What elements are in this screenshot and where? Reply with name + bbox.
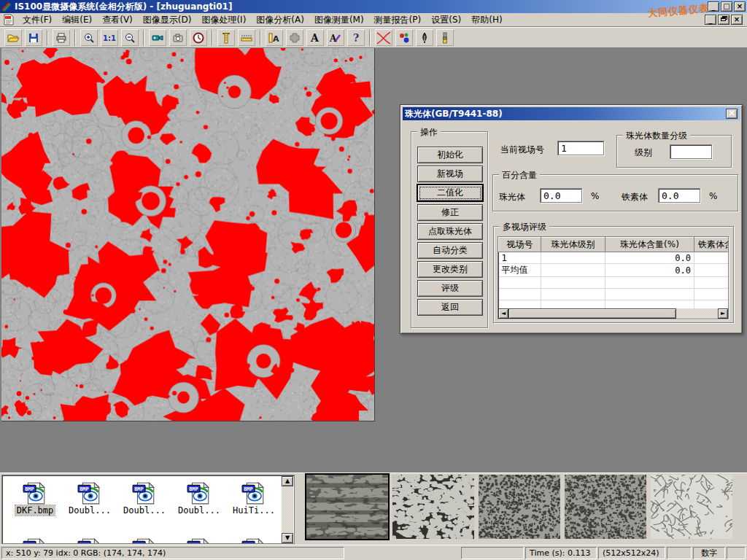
mdi-restore-button[interactable] [718, 15, 729, 25]
pearlite-dialog: 珠光体(GB/T9441-88) × 操作 初始化 新视场 二值化 修正 点取珠… [400, 104, 743, 334]
grade-button[interactable]: 评级 [417, 280, 483, 297]
annotate-button[interactable]: A [326, 28, 345, 47]
scroll-left-arrow[interactable]: ◄ [498, 308, 508, 319]
video-capture-button[interactable] [148, 28, 167, 47]
zoom-in-icon [82, 31, 96, 44]
minimize-button[interactable]: _ [708, 1, 719, 12]
curve-tool-button[interactable] [374, 28, 393, 47]
ferrite-percent-input[interactable] [658, 188, 700, 203]
menu-edit[interactable]: 编辑(E) [57, 12, 97, 28]
thumbnail-2[interactable] [392, 475, 474, 539]
mode-status: 数字 [693, 547, 725, 559]
pearlite-unit: % [591, 191, 599, 201]
scroll-track[interactable] [676, 308, 718, 319]
menu-image-analysis[interactable]: 图像分析(A) [251, 12, 309, 28]
close-button[interactable]: × [734, 1, 746, 12]
thumbnail-4[interactable] [565, 475, 646, 539]
timer-button[interactable] [189, 28, 208, 47]
file-name[interactable]: Doubl... [67, 505, 112, 516]
level-input[interactable] [670, 144, 712, 159]
dialog-close-button[interactable]: × [726, 109, 738, 119]
grid-cross-button[interactable] [285, 28, 304, 47]
table-row[interactable] [499, 277, 729, 289]
menu-image-display[interactable]: 图像显示(D) [138, 12, 197, 28]
new-field-button[interactable]: 新视场 [417, 166, 483, 182]
ferrite-label: 铁素体 [622, 191, 648, 203]
video-camera-icon [151, 31, 164, 44]
menu-image-process[interactable]: 图像处理(I) [196, 12, 251, 28]
letter-a-icon: A [309, 31, 322, 44]
current-field-input[interactable] [557, 141, 604, 155]
pick-pearlite-button[interactable]: 点取珠光体 [417, 223, 483, 240]
file-name[interactable]: HuiTi... [231, 505, 276, 516]
open-button[interactable] [4, 28, 23, 47]
thumbnail-1[interactable] [306, 475, 388, 539]
save-button[interactable] [24, 28, 43, 47]
dialog-title-bar[interactable]: 珠光体(GB/T9441-88) × [403, 107, 740, 120]
micrograph-image[interactable] [1, 48, 375, 421]
svg-text:?: ? [353, 32, 359, 44]
toolbar-separator [260, 30, 261, 46]
menu-view[interactable]: 查看(V) [97, 12, 138, 28]
table-row[interactable]: 1 0.0 [499, 252, 729, 264]
file-item[interactable]: Doubl... [117, 481, 171, 516]
scroll-right-arrow[interactable]: ► [718, 308, 728, 319]
file-name[interactable]: Doubl... [122, 505, 167, 516]
file-item[interactable] [117, 537, 171, 544]
table-row[interactable]: 平均值 0.0 [499, 264, 729, 277]
scroll-down-arrow[interactable]: ▼ [282, 533, 293, 543]
file-item[interactable]: Doubl... [172, 481, 226, 516]
brush-button[interactable] [436, 28, 454, 47]
file-vertical-scrollbar[interactable]: ▲ ▼ [282, 476, 293, 543]
file-name[interactable]: Doubl... [177, 505, 222, 516]
percent-group: 百分含量 珠光体 % 铁素体 % [492, 174, 738, 211]
file-item[interactable]: DKF.bmp [8, 481, 62, 516]
file-name[interactable]: DKF.bmp [15, 505, 55, 516]
mdi-minimize-button[interactable]: _ [705, 15, 716, 25]
menu-measure-report[interactable]: 测量报告(P) [369, 12, 427, 28]
ferrite-unit: % [709, 191, 717, 201]
table-row[interactable] [499, 289, 729, 300]
binarize-button[interactable]: 二值化 [417, 184, 483, 201]
actual-size-button[interactable]: 1:1 [100, 28, 119, 47]
pen-button[interactable] [415, 28, 434, 47]
change-class-button[interactable]: 更改类别 [417, 261, 483, 278]
file-item[interactable] [227, 537, 281, 544]
menu-help[interactable]: 帮助(H) [466, 12, 507, 28]
file-item[interactable] [63, 537, 117, 544]
file-item[interactable]: Doubl... [63, 481, 117, 516]
pearlite-percent-input[interactable] [540, 188, 582, 203]
file-item[interactable] [172, 537, 226, 544]
return-button[interactable]: 返回 [417, 299, 483, 316]
thumbnail-5[interactable] [651, 475, 732, 539]
file-item[interactable] [8, 537, 62, 544]
ruler-button[interactable] [237, 28, 256, 47]
auto-classify-button[interactable]: 自动分类 [417, 242, 483, 259]
file-item[interactable]: HuiTi... [227, 481, 281, 516]
zoom-out-button[interactable] [120, 28, 139, 47]
menu-image-measure[interactable]: 图像测量(M) [309, 12, 369, 28]
toolbar-separator [143, 30, 144, 46]
zoom-in-button[interactable] [80, 28, 98, 47]
print-button[interactable] [52, 28, 71, 47]
help-button[interactable]: ? [347, 28, 365, 47]
menu-file[interactable]: 文件(F) [18, 12, 57, 28]
col-pearlite-grade: 珠光体级别 [541, 238, 605, 252]
scroll-thumb[interactable] [508, 308, 676, 319]
multi-field-table[interactable]: 视场号 珠光体级别 珠光体含量(%) 铁素体含量(%) 1 0.0 平均值 0.… [498, 236, 729, 319]
maximize-button[interactable]: □ [721, 1, 732, 12]
floppy-icon [27, 31, 40, 44]
table-horizontal-scrollbar[interactable]: ◄ ► [498, 308, 728, 319]
phase-dots-button[interactable] [395, 28, 414, 47]
col-pearlite-pct: 珠光体含量(%) [605, 238, 694, 252]
scroll-up-arrow[interactable]: ▲ [282, 476, 293, 486]
mdi-close-button[interactable]: × [731, 15, 743, 25]
measure-text-button[interactable]: A [265, 28, 284, 47]
caliper-button[interactable] [217, 28, 236, 47]
initialize-button[interactable]: 初始化 [417, 147, 483, 163]
text-label-button[interactable]: A [306, 28, 325, 47]
snapshot-button[interactable] [169, 28, 187, 47]
menu-settings[interactable]: 设置(S) [426, 12, 466, 28]
correct-button[interactable]: 修正 [417, 204, 483, 221]
thumbnail-3[interactable] [479, 475, 560, 539]
